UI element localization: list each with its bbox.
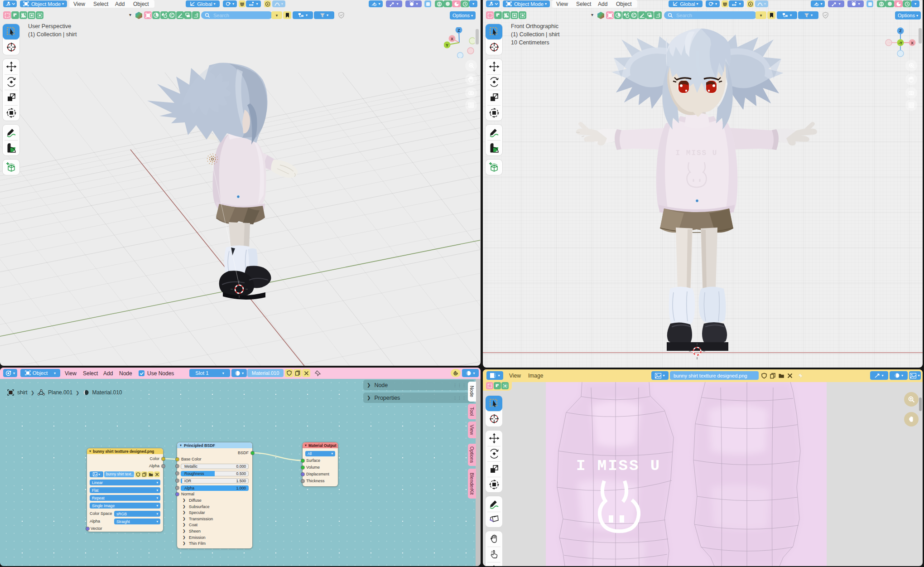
svg-text:X: X	[911, 41, 914, 45]
svg-text:Z: Z	[899, 29, 902, 33]
svg-text:-Y: -Y	[899, 41, 903, 45]
svg-text:Z: Z	[457, 28, 460, 33]
svg-text:I MISS U: I MISS U	[576, 457, 661, 475]
svg-text:X: X	[451, 37, 453, 41]
svg-text:I MISS U: I MISS U	[676, 149, 718, 157]
svg-text:Y: Y	[446, 43, 448, 48]
